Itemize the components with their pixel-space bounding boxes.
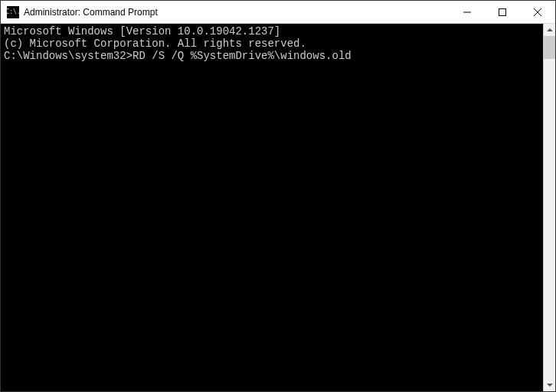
svg-rect-1 (499, 8, 506, 15)
minimize-button[interactable] (450, 1, 485, 23)
maximize-button[interactable] (485, 1, 520, 23)
window-controls (450, 1, 555, 23)
terminal-prompt: C:\Windows\system32> (4, 50, 132, 62)
minimize-icon (463, 8, 471, 16)
svg-marker-5 (547, 384, 553, 387)
close-icon (534, 8, 541, 16)
scrollbar-thumb[interactable] (544, 36, 555, 59)
terminal-prompt-line: C:\Windows\system32>RD /S /Q %SystemDriv… (4, 50, 540, 62)
terminal-output-line: Microsoft Windows [Version 10.0.19042.12… (4, 25, 540, 38)
svg-marker-4 (547, 28, 553, 31)
scroll-up-button[interactable] (544, 24, 555, 36)
scroll-down-button[interactable] (544, 379, 555, 391)
window-title: Administrator: Command Prompt (24, 7, 450, 18)
maximize-icon (499, 8, 506, 16)
terminal-output-line: (c) Microsoft Corporation. All rights re… (4, 38, 540, 50)
cmd-icon: C:\. (7, 6, 19, 18)
terminal-command-input[interactable]: RD /S /Q %SystemDrive%\windows.old (132, 50, 352, 62)
window-titlebar: C:\. Administrator: Command Prompt (1, 1, 555, 24)
terminal-area[interactable]: Microsoft Windows [Version 10.0.19042.12… (1, 24, 543, 391)
vertical-scrollbar[interactable] (543, 24, 555, 391)
chevron-up-icon (547, 28, 553, 31)
close-button[interactable] (520, 1, 555, 23)
chevron-down-icon (547, 384, 553, 387)
terminal-wrapper: Microsoft Windows [Version 10.0.19042.12… (1, 24, 555, 391)
